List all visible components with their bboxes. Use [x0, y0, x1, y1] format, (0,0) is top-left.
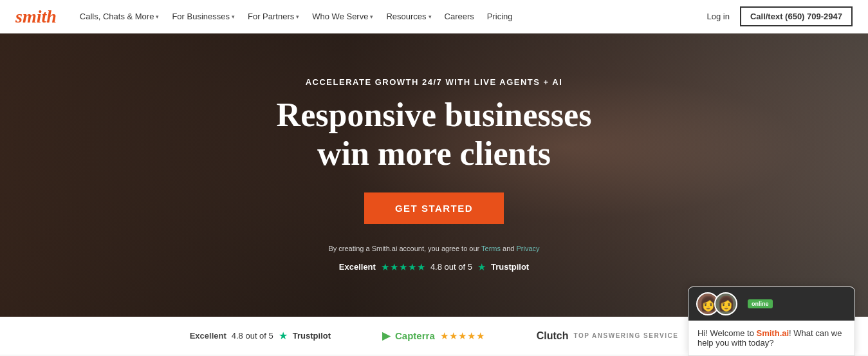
chat-widget[interactable]: 👩 👩 online Hi! Welcome to Smith.ai! What… — [688, 286, 855, 356]
clutch-name: Clutch — [537, 330, 569, 342]
trustpilot-strip-name: Trustpilot — [293, 331, 331, 341]
trustpilot-strip-excellent: Excellent — [190, 331, 226, 341]
chevron-down-icon: ▾ — [429, 14, 432, 20]
hero-title: Responsive businesseswin more clients — [277, 96, 592, 173]
hero-content: ACCELERATE GROWTH 24/7 WITH LIVE AGENTS … — [264, 64, 605, 286]
nav-item-for-businesses[interactable]: For Businesses ▾ — [167, 8, 240, 25]
nav-item-calls-chats[interactable]: Calls, Chats & More ▾ — [75, 8, 165, 25]
online-badge: online — [748, 299, 773, 308]
chat-avatars: 👩 👩 — [696, 292, 737, 315]
nav-item-pricing[interactable]: Pricing — [482, 8, 518, 25]
nav-label-careers: Careers — [445, 12, 474, 21]
capterra-badge: ▶ Capterra ★★★★★ — [382, 330, 485, 342]
chat-avatar-2: 👩 — [714, 292, 737, 315]
star-icon-1: ★ — [381, 261, 389, 273]
hero-eyebrow: ACCELERATE GROWTH 24/7 WITH LIVE AGENTS … — [277, 77, 592, 87]
trustpilot-score: 4.8 out of 5 — [430, 262, 472, 272]
nav-label-who-we-serve: Who We Serve — [312, 12, 368, 21]
logo-text: smith — [15, 6, 57, 26]
call-text-button[interactable]: Call/text (650) 709-2947 — [740, 6, 853, 26]
chevron-down-icon: ▾ — [232, 14, 235, 20]
trustpilot-strip-star: ★ — [279, 330, 288, 342]
clutch-badge: Clutch TOP ANSWERING SERVICE — [537, 330, 679, 342]
clutch-sublabel: TOP ANSWERING SERVICE — [574, 332, 679, 339]
login-link[interactable]: Log in — [706, 12, 729, 21]
trustpilot-badge: Excellent 4.8 out of 5 ★ Trustpilot — [190, 330, 331, 342]
nav-item-for-partners[interactable]: For Partners ▾ — [243, 8, 304, 25]
nav-label-resources: Resources — [386, 12, 426, 21]
nav-item-careers[interactable]: Careers — [439, 8, 479, 25]
trustpilot-strip-score: 4.8 out of 5 — [232, 331, 273, 341]
chevron-down-icon: ▾ — [370, 14, 373, 20]
nav-item-who-we-serve[interactable]: Who We Serve ▾ — [307, 8, 378, 25]
logo[interactable]: smith — [15, 6, 57, 27]
nav-links: Calls, Chats & More ▾ For Businesses ▾ F… — [75, 8, 707, 25]
trustpilot-excellent: Excellent — [339, 262, 376, 272]
chat-brand-link[interactable]: Smith.ai — [757, 328, 790, 338]
nav-item-resources[interactable]: Resources ▾ — [381, 8, 436, 25]
hero-fine-print: By creating a Smith.ai account, you agre… — [277, 245, 592, 252]
star-icon-2: ★ — [390, 261, 398, 273]
trustpilot-name: Trustpilot — [491, 262, 529, 272]
capterra-arrow-icon: ▶ — [382, 330, 390, 342]
star-icon-4: ★ — [408, 261, 416, 273]
hero-section: ACCELERATE GROWTH 24/7 WITH LIVE AGENTS … — [0, 33, 868, 317]
nav-label-pricing: Pricing — [487, 12, 513, 21]
privacy-link[interactable]: Privacy — [517, 245, 540, 252]
nav-label-for-businesses: For Businesses — [172, 12, 230, 21]
trustpilot-stars: ★ ★ ★ ★ ★ — [381, 261, 425, 273]
capterra-stars: ★★★★★ — [440, 330, 485, 342]
trustpilot-star-icon: ★ — [477, 261, 486, 273]
get-started-button[interactable]: GET STARTED — [364, 192, 504, 224]
nav-label-calls-chats: Calls, Chats & More — [80, 12, 154, 21]
hero-trustpilot: Excellent ★ ★ ★ ★ ★ 4.8 out of 5 ★ Trust… — [277, 261, 592, 273]
star-icon-3: ★ — [399, 261, 407, 273]
chat-intro-text: Hi! Welcome to — [697, 328, 757, 338]
capterra-name: Capterra — [395, 330, 435, 341]
hero-title-text: Responsive businesseswin more clients — [277, 97, 592, 172]
nav-label-for-partners: For Partners — [248, 12, 294, 21]
star-icon-5: ★ — [417, 261, 425, 273]
nav-right: Log in Call/text (650) 709-2947 — [706, 6, 853, 26]
chat-widget-body: Hi! Welcome to Smith.ai! What can we hel… — [688, 321, 854, 355]
chevron-down-icon: ▾ — [156, 14, 159, 20]
chevron-down-icon: ▾ — [296, 14, 299, 20]
terms-link[interactable]: Terms — [481, 245, 501, 252]
navbar: smith Calls, Chats & More ▾ For Business… — [0, 0, 868, 33]
chat-widget-header: 👩 👩 online — [688, 287, 854, 321]
